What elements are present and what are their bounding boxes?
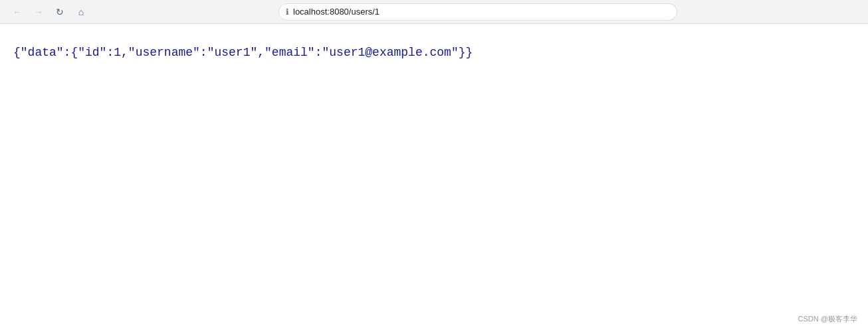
forward-button[interactable]: →	[29, 3, 48, 21]
nav-buttons: ← → ↻ ⌂	[8, 3, 90, 21]
home-icon: ⌂	[78, 7, 84, 17]
back-button[interactable]: ←	[8, 3, 27, 21]
url-display: localhost:8080/users/1	[293, 7, 670, 17]
json-response: {"data":{"id":1,"username":"user1","emai…	[13, 44, 855, 62]
browser-toolbar: ← → ↻ ⌂ ℹ localhost:8080/users/1	[0, 0, 868, 24]
page-content: {"data":{"id":1,"username":"user1","emai…	[0, 24, 868, 332]
forward-icon: →	[34, 7, 43, 17]
home-button[interactable]: ⌂	[72, 3, 90, 21]
refresh-button[interactable]: ↻	[51, 3, 69, 21]
info-icon: ℹ	[286, 7, 289, 17]
refresh-icon: ↻	[56, 7, 64, 17]
back-icon: ←	[13, 7, 22, 17]
address-bar[interactable]: ℹ localhost:8080/users/1	[278, 3, 677, 21]
watermark: CSDN @极客李华	[798, 314, 857, 324]
